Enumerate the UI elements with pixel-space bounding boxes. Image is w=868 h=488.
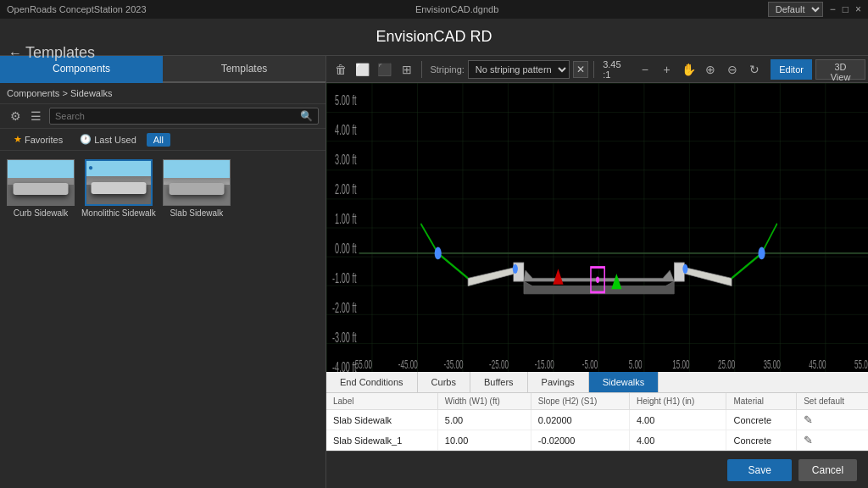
svg-text:0.00 ft: 0.00 ft [335, 241, 357, 257]
svg-point-42 [758, 247, 765, 260]
svg-text:55.00: 55.00 [854, 358, 868, 372]
row1-edit[interactable]: ✎ [797, 410, 868, 430]
separator-2 [593, 61, 594, 78]
svg-text:45.00: 45.00 [809, 358, 826, 372]
col-label: Label [326, 393, 437, 410]
tool-btn-4[interactable]: ⊞ [398, 59, 416, 80]
col-material: Material [726, 393, 797, 410]
tab-buffers[interactable]: Buffers [470, 372, 528, 392]
row1-height: 4.00 [629, 410, 726, 430]
default-dropdown[interactable]: Default [768, 2, 823, 17]
main-layout: Components Templates Components > Sidewa… [0, 56, 868, 488]
svg-text:-1.00 ft: -1.00 ft [332, 270, 357, 286]
svg-text:15.00: 15.00 [672, 358, 690, 372]
edit-icon-1[interactable]: ✎ [804, 413, 813, 426]
search-box: 🔍 [49, 108, 319, 125]
maximize-button[interactable]: □ [843, 3, 849, 15]
component-curb-sidewalk[interactable]: Curb Sidewalk [7, 159, 75, 480]
pan-button[interactable]: ✋ [680, 59, 698, 80]
svg-point-41 [682, 264, 687, 274]
right-panel: 🗑 ⬜ ⬛ ⊞ Striping: No striping pattern ✕ … [326, 56, 868, 488]
component-slab-sidewalk[interactable]: Slab Sidewalk [163, 159, 231, 480]
favorites-button[interactable]: ★ Favorites [7, 132, 70, 147]
zoom-minus-button[interactable]: − [636, 59, 654, 80]
component-label-monolithic: Monolithic Sidewalk [81, 208, 156, 218]
rotate-button[interactable]: ↻ [745, 59, 764, 80]
tool-btn-3[interactable]: ⬛ [376, 59, 394, 80]
col-width: Width (W1) (ft) [437, 393, 531, 410]
col-default: Set default [797, 393, 868, 410]
app-name: OpenRoads ConceptStation 2023 [7, 4, 147, 14]
tab-pavings[interactable]: Pavings [528, 372, 589, 392]
canvas-area[interactable]: 5.00 ft 4.00 ft 3.00 ft 2.00 ft 1.00 ft … [326, 83, 868, 372]
filter-bar: ⚙ ☰ 🔍 [0, 104, 326, 129]
col-height: Height (H1) (in) [629, 393, 726, 410]
back-button[interactable]: ← Templates [8, 44, 95, 62]
svg-rect-35 [674, 263, 684, 281]
svg-text:2.00 ft: 2.00 ft [335, 181, 357, 197]
edit-icon-2[interactable]: ✎ [804, 434, 813, 446]
svg-point-40 [513, 264, 518, 274]
component-monolithic-sidewalk[interactable]: ● Monolithic Sidewalk [81, 159, 156, 480]
row2-width: 10.00 [437, 430, 531, 451]
component-thumb-slab [163, 159, 231, 206]
3d-view-button[interactable]: 3D View [815, 59, 865, 80]
zoom-plus-button[interactable]: + [658, 59, 676, 80]
component-thumb-curb [7, 159, 75, 206]
filter-icon-1[interactable]: ⚙ [7, 108, 24, 125]
filter-icon-2[interactable]: ☰ [27, 108, 44, 125]
back-label: Templates [25, 44, 95, 62]
row1-label: Slab Sidewalk [326, 410, 437, 430]
delete-tool-button[interactable]: 🗑 [331, 59, 350, 80]
scale-display: 3.45 :1 [599, 59, 632, 80]
toolbar: 🗑 ⬜ ⬛ ⊞ Striping: No striping pattern ✕ … [326, 56, 868, 83]
svg-text:-35.00: -35.00 [443, 358, 463, 372]
components-grid: Curb Sidewalk ● Monolithic Sidewalk Sl [0, 151, 326, 488]
left-panel: Components Templates Components > Sidewa… [0, 56, 326, 488]
app-header: ← Templates EnvisionCAD RD [0, 19, 868, 56]
bottom-bar: Save Cancel [326, 451, 868, 488]
svg-text:4.00 ft: 4.00 ft [335, 122, 357, 138]
fav-bar: ★ Favorites 🕐 Last Used All [0, 129, 326, 151]
zoom-fit-button[interactable]: ⊕ [702, 59, 721, 80]
row1-width: 5.00 [437, 410, 531, 430]
breadcrumb: Components > Sidewalks [0, 83, 326, 104]
row2-label: Slab Sidewalk_1 [326, 430, 437, 451]
last-used-button[interactable]: 🕐 Last Used [73, 132, 143, 147]
tab-templates[interactable]: Templates [163, 56, 326, 83]
row2-slope: -0.02000 [531, 430, 629, 451]
svg-text:35.00: 35.00 [764, 358, 782, 372]
svg-rect-1 [326, 83, 868, 372]
row2-height: 4.00 [629, 430, 726, 451]
svg-text:-5.00: -5.00 [582, 358, 598, 372]
property-table: Label Width (W1) (ft) Slope (H2) (S1) He… [326, 393, 868, 451]
component-label-slab: Slab Sidewalk [170, 208, 223, 218]
save-button[interactable]: Save [727, 459, 791, 481]
minimize-button[interactable]: − [830, 3, 836, 15]
component-label-curb: Curb Sidewalk [14, 208, 68, 218]
svg-text:-55.00: -55.00 [353, 358, 372, 372]
all-button[interactable]: All [147, 133, 170, 147]
properties-panel: End Conditions Curbs Buffers Pavings Sid… [326, 372, 868, 451]
tab-sidewalks[interactable]: Sidewalks [589, 372, 659, 392]
table-row: Slab Sidewalk 5.00 0.02000 4.00 Concrete… [326, 410, 868, 430]
clear-striping-button[interactable]: ✕ [573, 61, 588, 78]
center-file-name: EnvisionCAD.dgndb [415, 4, 498, 14]
property-tabs: End Conditions Curbs Buffers Pavings Sid… [326, 372, 868, 393]
row2-edit[interactable]: ✎ [797, 430, 868, 451]
selected-indicator: ● [88, 163, 98, 173]
svg-text:-3.00 ft: -3.00 ft [332, 330, 357, 346]
editor-view-button[interactable]: Editor [771, 59, 812, 80]
tab-end-conditions[interactable]: End Conditions [326, 372, 418, 392]
tool-btn-2[interactable]: ⬜ [353, 59, 372, 80]
striping-dropdown[interactable]: No striping pattern [468, 60, 570, 79]
zoom-area-button[interactable]: ⊖ [723, 59, 742, 80]
svg-text:-15.00: -15.00 [535, 358, 554, 372]
search-input[interactable] [55, 111, 300, 121]
row1-slope: 0.02000 [531, 410, 629, 430]
cancel-button[interactable]: Cancel [798, 459, 857, 481]
close-button[interactable]: × [855, 3, 861, 15]
tab-curbs[interactable]: Curbs [418, 372, 470, 392]
separator-1 [421, 61, 422, 78]
svg-text:-2.00 ft: -2.00 ft [332, 300, 357, 316]
